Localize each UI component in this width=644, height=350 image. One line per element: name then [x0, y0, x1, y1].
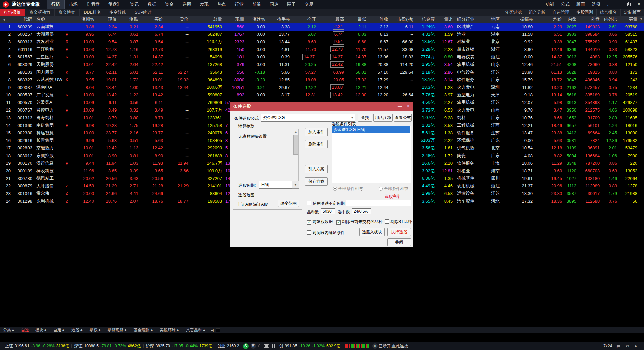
- toolbar-right-5[interactable]: 定制版面: [620, 9, 644, 16]
- quote-tab-0[interactable]: 行情报价: [0, 9, 25, 16]
- bottom-tab-6[interactable]: 期货现货▲: [104, 327, 130, 333]
- condition-list-item-selected[interactable]: 资金进出XG 日线: [332, 126, 410, 133]
- table-row-000537[interactable]: 10000537广宇发展R10.0013.421.2213.42--590807…: [0, 91, 644, 99]
- header-cell-pct[interactable]: 涨幅%: [74, 16, 96, 23]
- table-row-600313[interactable]: 3600313农发种业R10.039.540.879.54--143.4万232…: [0, 38, 644, 46]
- usage-note-button[interactable]: 用法注释: [373, 114, 393, 122]
- moon-icon[interactable]: ☾: [258, 344, 262, 348]
- table-row-688327[interactable]: 8688327云从科技-UWK9.9519.011.7219.0119.0296…: [0, 76, 644, 84]
- tdx-logo-icon[interactable]: S: [243, 343, 249, 349]
- header-help-icon[interactable]: ?: [639, 17, 644, 22]
- dialog-titlebar[interactable]: 条件选股 — ×: [230, 102, 413, 111]
- dialog-close-icon[interactable]: ×: [407, 103, 410, 109]
- table-row-000037[interactable]: 9000037深南电A8.0413.441.0013.4313.44100.6万…: [0, 84, 644, 91]
- menu-item-12[interactable]: 问达: [265, 0, 283, 9]
- save-plan-button[interactable]: 保存方案: [305, 177, 328, 186]
- header-cell-industry[interactable]: 细分行业: [455, 16, 489, 23]
- menu-item-10[interactable]: 行业: [230, 0, 248, 9]
- header-cell-pe[interactable]: 市盈(动): [390, 16, 415, 23]
- timerange-checkbox-icon[interactable]: [307, 230, 311, 235]
- back-arrow-icon[interactable]: ←: [604, 2, 614, 7]
- header-cell-lb[interactable]: 量比: [437, 16, 455, 23]
- skip-checkbox-icon[interactable]: ✓: [336, 220, 341, 225]
- header-cell-avg[interactable]: 均价: [535, 16, 564, 23]
- bottom-tab-1[interactable]: 自选: [18, 327, 32, 333]
- toolbar-right-4[interactable]: 综合排名: [596, 9, 620, 16]
- mail-icon[interactable]: ✉: [626, 344, 629, 348]
- table-row-600239[interactable]: 1600239云南城投9.862.340.212.34--5419505680.…: [0, 23, 644, 31]
- index-segment-0[interactable]: 上证3196.61-8.96-0.28%3136亿: [3, 343, 71, 349]
- delete-condition-button[interactable]: 删除条件: [305, 140, 328, 148]
- dot-icon[interactable]: ●: [635, 344, 637, 348]
- menu-item-3[interactable]: 复盘〗: [104, 0, 126, 9]
- view-formula-button[interactable]: 查看公式: [394, 114, 412, 122]
- restore-button[interactable]: [624, 2, 634, 7]
- quote-tab-4[interactable]: 多空阵线: [105, 9, 130, 16]
- dialog-minimize-icon[interactable]: —: [398, 104, 402, 109]
- close-button[interactable]: ×: [634, 1, 644, 7]
- radio-or-icon[interactable]: [379, 187, 383, 191]
- menu-item-4[interactable]: 资讯: [126, 0, 143, 9]
- bottom-tab-2[interactable]: 板块▲: [32, 327, 50, 333]
- table-row-601116[interactable]: 4601116三江购物R10.0312.731.1612.73--2633191…: [0, 46, 644, 53]
- period-combo-arrow[interactable]: ▼: [292, 181, 299, 189]
- checkbox-skip-untraded[interactable]: ✓剔除当前未交易的品种: [336, 219, 382, 225]
- bottom-tab-3[interactable]: 自定▲: [50, 327, 68, 333]
- header-cell-spd[interactable]: 涨速%: [246, 16, 267, 23]
- bottom-tab-7[interactable]: 基金理财▲: [130, 327, 157, 333]
- header-cell-amt[interactable]: 总金额: [415, 16, 437, 23]
- header-cell-high[interactable]: 最高: [318, 16, 346, 23]
- add-condition-button[interactable]: 加入条件: [305, 128, 328, 136]
- menu-item-9[interactable]: 热点: [213, 0, 230, 9]
- change-range-button[interactable]: 改变范围: [278, 200, 299, 207]
- menu-item-1[interactable]: 市场: [65, 0, 82, 9]
- header-cell-low[interactable]: 最低: [346, 16, 368, 23]
- table-row-603029[interactable]: 6603029天鹅股份10.0122.422.0422.42--13726837…: [0, 61, 644, 69]
- execute-selection-button[interactable]: 执行选股: [387, 228, 411, 236]
- menu-item-2[interactable]: 〖看盘: [82, 0, 104, 9]
- to-block-button[interactable]: 选股入板块: [359, 228, 385, 236]
- close-dialog-button[interactable]: 关闭: [387, 238, 411, 246]
- index-segment-star[interactable]: 创991.85-10.26-1.02%602.9亿: [277, 343, 343, 349]
- header-cell-price[interactable]: 现价: [96, 16, 119, 23]
- header-cell-inner[interactable]: 内盘: [564, 16, 578, 23]
- quote-tab-2[interactable]: 资金博弈: [55, 9, 80, 16]
- radio-all-or[interactable]: 全部条件相或: [379, 186, 408, 192]
- toolbar-right-2[interactable]: 自选管理: [549, 9, 573, 16]
- header-cell-vol[interactable]: 总量: [191, 16, 224, 23]
- table-row-688103[interactable]: 7688103国力股份K8.7762.115.0162.1162.2735643…: [0, 69, 644, 76]
- menu-right-item-1[interactable]: 公式: [557, 0, 573, 9]
- import-plan-button[interactable]: 引入方案: [305, 165, 328, 173]
- radio-and-icon[interactable]: [333, 187, 337, 191]
- checkbox-exclude-st[interactable]: 剔除ST品种: [385, 219, 412, 225]
- updown-period-input[interactable]: [346, 200, 411, 206]
- condition-listbox[interactable]: 资金进出XG 日线: [332, 126, 411, 183]
- formula-combobox[interactable]: 资金进出XG - ▼: [261, 114, 355, 122]
- table-row-601567[interactable]: 5601567三星医疗R10.0314.371.3114.37--5409618…: [0, 53, 644, 61]
- index-segment-2[interactable]: 沪深3825.70-17.05-0.44%1739亿: [144, 343, 215, 349]
- header-cell-buyvol[interactable]: 买量: [619, 16, 639, 23]
- header-cell-amp[interactable]: 振幅%: [511, 16, 535, 23]
- fq-checkbox-icon[interactable]: ✓: [307, 220, 311, 225]
- header-cell-prev[interactable]: 昨收: [368, 16, 390, 23]
- header-cell-code[interactable]: 代码: [13, 16, 34, 23]
- combo-arrow-icon[interactable]: ▼: [351, 116, 354, 119]
- table-row-600257[interactable]: 2600257大湖股份R9.956.740.616.74--6624871767…: [0, 31, 644, 38]
- menu-item-0[interactable]: 行情: [47, 0, 65, 9]
- find-button[interactable]: 查找: [358, 114, 372, 122]
- monitor-icon[interactable]: ▤: [616, 344, 620, 348]
- params-scrollbar[interactable]: ▲ ▼: [293, 129, 299, 189]
- checkbox-time-range[interactable]: 时间段内满足条件: [307, 230, 345, 236]
- checkbox-forward-adjusted[interactable]: ✓前复权数据: [307, 219, 333, 225]
- index-segment-chinext[interactable]: 创业2169.2: [215, 343, 242, 349]
- radio-all-and[interactable]: 全部条件相与: [333, 186, 363, 192]
- scroll-up-icon[interactable]: ▲: [293, 129, 298, 134]
- menu-item-13[interactable]: 圈子: [283, 0, 300, 9]
- period-combobox[interactable]: 日线: [259, 181, 292, 189]
- quote-tab-5[interactable]: SUP统计: [130, 9, 156, 16]
- scrollbar-thumb[interactable]: [293, 135, 298, 155]
- menu-right-item-0[interactable]: 功能: [542, 0, 557, 9]
- header-cell-turn[interactable]: 换手%: [267, 16, 292, 23]
- bottom-tab-0[interactable]: 分类▲: [0, 327, 18, 333]
- menu-item-5[interactable]: 数据: [143, 0, 161, 9]
